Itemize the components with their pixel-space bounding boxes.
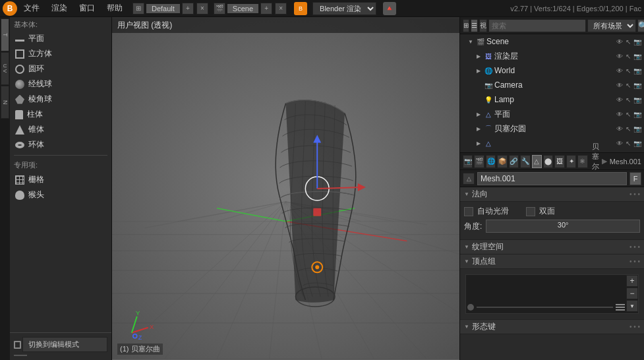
left-sidebar: 基本体: 平面 立方体 圆环 经线球 棱角球 柱体 锥体 xyxy=(10,17,112,360)
props-btn-modifier[interactable]: 🔧 xyxy=(520,155,530,168)
vert-tab-tools[interactable]: T xyxy=(1,18,9,51)
menu-window[interactable]: 窗口 xyxy=(74,1,100,15)
tree-arrow-lamp[interactable] xyxy=(475,96,483,104)
doubleface-checkbox[interactable] xyxy=(526,207,535,216)
section-texspace-header[interactable]: ▼ 纹理空间 • • • xyxy=(460,240,644,255)
close-layout-btn[interactable]: × xyxy=(196,3,208,15)
props-btn-physics[interactable]: ⚛ xyxy=(577,155,587,168)
sidebar-item-cube[interactable]: 立方体 xyxy=(10,46,111,61)
tree-arrow-plane[interactable]: ▶ xyxy=(475,110,483,118)
eye-icon-scene[interactable]: 👁 xyxy=(616,38,623,45)
vgroup-settings-btn[interactable]: ▼ xyxy=(626,300,638,312)
sidebar-item-plane[interactable]: 平面 xyxy=(10,31,111,46)
render-icon-rl[interactable]: 📷 xyxy=(633,53,641,60)
eye-icon-cam[interactable]: 👁 xyxy=(616,82,623,89)
props-btn-material[interactable]: ⬤ xyxy=(543,155,553,168)
blender-logo[interactable]: B xyxy=(3,1,17,16)
tree-item-scene[interactable]: ▼ 🎬 Scene 👁 ↖ 📷 xyxy=(460,34,644,49)
cursor-icon-world[interactable]: ↖ xyxy=(626,67,631,75)
search-icon[interactable]: 🔍 xyxy=(637,19,644,32)
section-shapekeys-header[interactable]: ▼ 形态键 • • • xyxy=(460,320,644,334)
outliner-view-btn[interactable]: 視 xyxy=(479,19,487,32)
props-btn-render[interactable]: 📷 xyxy=(463,155,473,168)
render-icon-extra[interactable]: 📷 xyxy=(633,140,641,147)
render-icon-plane[interactable]: 📷 xyxy=(633,111,641,118)
tree-item-plane[interactable]: ▶ △ 平面 👁 ↖ 📷 xyxy=(460,107,644,121)
section-vgroup-header[interactable]: ▼ 顶点组 • • • xyxy=(460,255,644,269)
scene-dropdown[interactable]: 所有场景 xyxy=(587,19,636,32)
section-normals-header[interactable]: ▼ 法向 • • • xyxy=(460,187,644,202)
add-scene-btn[interactable]: + xyxy=(260,3,272,15)
sidebar-item-icosphere[interactable]: 棱角球 xyxy=(10,92,111,107)
sidebar-item-uvsphere[interactable]: 经线球 xyxy=(10,76,111,92)
cursor-icon-plane[interactable]: ↖ xyxy=(626,111,631,118)
sidebar-item-monkey[interactable]: 猴头 xyxy=(10,187,111,202)
eye-icon-extra[interactable]: 👁 xyxy=(616,140,623,147)
mode-switch-button[interactable]: 切换到编辑模式 xyxy=(22,337,107,352)
menu-render[interactable]: 渲染 xyxy=(46,1,73,15)
mesh-fake-user-btn[interactable]: F xyxy=(629,172,641,185)
plane-icon xyxy=(15,40,24,42)
viewport[interactable]: 用户视图 (透视) + xyxy=(112,17,459,360)
render-icon-world[interactable]: 📷 xyxy=(633,67,641,75)
tree-arrow-bezier[interactable]: ▶ xyxy=(475,125,483,133)
vert-tab-uv[interactable]: U V xyxy=(1,52,9,85)
cursor-icon-bezier[interactable]: ↖ xyxy=(626,125,631,133)
props-btn-scene[interactable]: 🎬 xyxy=(474,155,484,168)
sidebar-item-cone[interactable]: 锥体 xyxy=(10,122,111,137)
eye-icon-plane[interactable]: 👁 xyxy=(616,111,623,118)
outliner-icon-btn[interactable]: ⊞ xyxy=(463,19,469,32)
cursor-icon-extra[interactable]: ↖ xyxy=(626,140,631,147)
tree-arrow-renderlayer[interactable]: ▶ xyxy=(475,52,483,60)
cursor-icon-scene[interactable]: ↖ xyxy=(626,38,631,45)
tree-item-world[interactable]: ▶ 🌐 World 👁 ↖ 📷 xyxy=(460,63,644,78)
vgroup-add-btn[interactable]: + xyxy=(626,275,638,287)
tree-item-lamp[interactable]: 💡 Lamp 👁 ↖ 📷 xyxy=(460,92,644,107)
eye-icon-rl[interactable]: 👁 xyxy=(616,53,623,60)
eye-icon-bezier[interactable]: 👁 xyxy=(616,125,623,133)
scene-icon[interactable]: 🎬 xyxy=(214,3,225,15)
tree-arrow-camera[interactable] xyxy=(475,81,483,89)
tree-item-renderlayer[interactable]: ▶ 🖼 渲染层 👁 ↖ 📷 xyxy=(460,49,644,63)
sidebar-item-cylinder[interactable]: 柱体 xyxy=(10,107,111,122)
cursor-icon-rl[interactable]: ↖ xyxy=(626,53,631,60)
close-scene-btn[interactable]: × xyxy=(275,3,287,15)
props-btn-object[interactable]: 📦 xyxy=(497,155,507,168)
tab-scene[interactable]: Scene xyxy=(227,4,258,13)
render-icon-bezier[interactable]: 📷 xyxy=(633,125,641,133)
sidebar-item-torus[interactable]: 环体 xyxy=(10,137,111,152)
tree-item-camera[interactable]: 📷 Camera 👁 ↖ 📷 xyxy=(460,78,644,92)
engine-select[interactable]: Blender 渲染 xyxy=(312,2,376,15)
sidebar-item-circle[interactable]: 圆环 xyxy=(10,61,111,76)
vert-tab-n[interactable]: N xyxy=(1,86,9,119)
tree-arrow-world[interactable]: ▶ xyxy=(475,67,483,75)
layout-icon[interactable]: ⊞ xyxy=(132,3,144,15)
props-btn-constraints[interactable]: 🔗 xyxy=(509,155,519,168)
sidebar-item-grid[interactable]: 栅格 xyxy=(10,172,111,187)
eye-icon-lamp[interactable]: 👁 xyxy=(616,96,623,104)
add-layout-btn[interactable]: + xyxy=(182,3,194,15)
autosmooth-checkbox[interactable] xyxy=(464,207,473,216)
props-btn-data[interactable]: △ xyxy=(532,155,542,168)
tree-item-bezier[interactable]: ▶ ⌒ 贝塞尔圆 👁 ↖ 📷 xyxy=(460,121,644,136)
outliner-list-btn[interactable]: ☰ xyxy=(471,19,478,32)
cursor-icon-cam[interactable]: ↖ xyxy=(626,82,631,89)
menu-help[interactable]: 帮助 xyxy=(102,1,128,15)
tree-item-extra[interactable]: ▶ △ 👁 ↖ 📷 xyxy=(460,136,644,150)
angle-field[interactable]: 30° xyxy=(486,220,640,233)
menu-file[interactable]: 文件 xyxy=(18,1,45,15)
render-icon-lamp[interactable]: 📷 xyxy=(633,96,641,104)
render-icon-cam[interactable]: 📷 xyxy=(633,82,641,89)
props-btn-texture[interactable]: 🖼 xyxy=(554,155,564,168)
props-btn-world[interactable]: 🌐 xyxy=(486,155,496,168)
tab-default[interactable]: Default xyxy=(146,4,180,13)
render-icon-scene[interactable]: 📷 xyxy=(633,38,641,45)
outliner-search[interactable] xyxy=(488,19,586,32)
tree-arrow-extra[interactable]: ▶ xyxy=(475,139,483,147)
cursor-icon-lamp[interactable]: ↖ xyxy=(626,96,631,104)
eye-icon-world[interactable]: 👁 xyxy=(616,67,623,75)
mesh-name-input[interactable] xyxy=(477,172,627,185)
vgroup-remove-btn[interactable]: − xyxy=(626,287,638,299)
props-btn-particles[interactable]: ✦ xyxy=(566,155,576,168)
tree-arrow-scene[interactable]: ▼ xyxy=(467,38,475,45)
